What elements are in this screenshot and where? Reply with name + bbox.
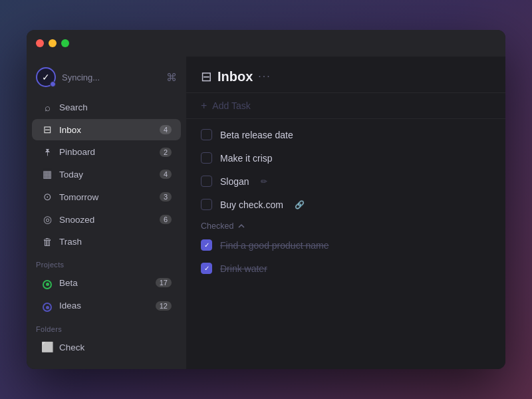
today-badge: 4 (160, 170, 172, 179)
pinboard-badge: 2 (160, 148, 172, 157)
beta-badge: 17 (156, 278, 172, 287)
task-label: Make it crisp (220, 153, 273, 164)
sidebar-item-check[interactable]: ⬜ Check (32, 336, 181, 358)
task-item[interactable]: Beta release date (186, 123, 505, 146)
inbox-header-icon: ⊟ (201, 68, 212, 84)
sidebar-item-trash[interactable]: 🗑 Trash (32, 231, 181, 252)
sidebar-item-label: Inbox (59, 125, 81, 135)
task-item[interactable]: Slogan ✏ (186, 170, 505, 193)
traffic-lights (36, 39, 69, 47)
user-info: ✓ Syncing... (36, 67, 100, 87)
maximize-button[interactable] (61, 39, 69, 47)
sidebar-item-today[interactable]: ▦ Today 4 (32, 164, 181, 185)
inbox-icon: ⊟ (41, 124, 53, 136)
sidebar-item-label: Search (59, 102, 88, 112)
folder-icon: ⬜ (41, 341, 53, 353)
task-item[interactable]: Make it crisp (186, 146, 505, 170)
more-options-icon[interactable]: ··· (258, 70, 271, 82)
task-label: Beta release date (220, 130, 293, 140)
sidebar-item-label: Snoozed (59, 215, 94, 225)
pinboard-icon: 🖈 (41, 146, 53, 158)
inbox-badge: 4 (160, 125, 172, 134)
task-list: Beta release date Make it crisp Slogan ✏… (186, 119, 505, 369)
beta-project-icon (41, 277, 53, 289)
snoozed-icon: ◎ (41, 213, 53, 225)
sidebar-item-pinboard[interactable]: 🖈 Pinboard 2 (32, 142, 181, 162)
sidebar-header: ✓ Syncing... ⌘ (27, 65, 186, 96)
task-label: Slogan (220, 176, 249, 187)
sidebar-item-tomorrow[interactable]: ⊙ Tomorrow 3 (32, 186, 181, 207)
checkmark-icon: ✓ (42, 72, 50, 82)
add-task-label: Add Task (212, 100, 250, 111)
tomorrow-badge: 3 (160, 192, 172, 201)
edit-icon: ✏ (261, 177, 267, 186)
ideas-project-icon (41, 300, 53, 313)
close-button[interactable] (36, 39, 44, 47)
task-checkbox[interactable] (201, 176, 212, 187)
folders-section-label: Folders (27, 317, 186, 336)
task-checkbox[interactable] (201, 199, 212, 210)
sidebar-item-label: Trash (59, 237, 82, 247)
tomorrow-icon: ⊙ (41, 191, 53, 203)
sidebar-item-search[interactable]: ⌕ Search (32, 97, 181, 118)
titlebar (27, 30, 505, 57)
main-content: ⊟ Inbox ··· + Add Task Beta release date (186, 57, 505, 369)
title-row: ⊟ Inbox ··· (201, 68, 491, 84)
sidebar-item-label: Ideas (59, 301, 81, 311)
sidebar-item-label: Beta (59, 278, 78, 288)
page-title: Inbox (217, 69, 253, 84)
minimize-button[interactable] (49, 39, 57, 47)
task-checkbox-checked[interactable]: ✓ (201, 239, 212, 251)
sync-label: Syncing... (62, 72, 100, 82)
main-header: ⊟ Inbox ··· (186, 57, 505, 93)
task-item[interactable]: Buy check.com 🔗 (186, 193, 505, 216)
today-icon: ▦ (41, 168, 53, 180)
add-task-button[interactable]: + Add Task (186, 93, 505, 119)
sidebar-item-label: Pinboard (59, 147, 95, 157)
sidebar-item-ideas[interactable]: Ideas 12 (32, 295, 181, 317)
checked-task-item[interactable]: ✓ Find a good product name (186, 233, 505, 257)
sidebar-item-label: Check (59, 342, 84, 352)
task-checkbox[interactable] (201, 129, 212, 140)
sidebar-item-inbox[interactable]: ⊟ Inbox 4 (32, 119, 181, 140)
projects-section-label: Projects (27, 253, 186, 271)
checked-label: Checked (201, 221, 233, 231)
sidebar: ✓ Syncing... ⌘ ⌕ Search ⊟ Inbox (27, 57, 186, 369)
sync-dot (50, 81, 56, 87)
ideas-badge: 12 (156, 301, 172, 311)
sidebar-item-label: Tomorrow (59, 192, 98, 202)
checked-task-item[interactable]: ✓ Drink water (186, 257, 505, 280)
chevron-up-icon (237, 222, 245, 230)
sidebar-item-label: Today (59, 170, 83, 180)
task-label: Buy check.com (220, 200, 283, 210)
app-window: ✓ Syncing... ⌘ ⌕ Search ⊟ Inbox (27, 30, 505, 369)
task-checkbox-checked[interactable]: ✓ (201, 263, 212, 274)
avatar: ✓ (36, 67, 56, 87)
trash-icon: 🗑 (41, 236, 53, 247)
task-checkbox[interactable] (201, 152, 212, 164)
link-icon: 🔗 (295, 200, 305, 209)
sidebar-item-snoozed[interactable]: ◎ Snoozed 6 (32, 209, 181, 230)
sidebar-item-beta[interactable]: Beta 17 (32, 272, 181, 294)
task-label: Drink water (220, 263, 267, 274)
checked-section-toggle[interactable]: Checked (201, 221, 491, 231)
task-label: Find a good product name (220, 240, 329, 251)
content-area: ✓ Syncing... ⌘ ⌕ Search ⊟ Inbox (27, 57, 505, 369)
search-icon: ⌕ (41, 102, 53, 113)
snoozed-badge: 6 (160, 215, 172, 224)
command-icon[interactable]: ⌘ (166, 71, 177, 84)
checked-section: Checked (186, 216, 505, 233)
plus-icon: + (201, 100, 207, 112)
